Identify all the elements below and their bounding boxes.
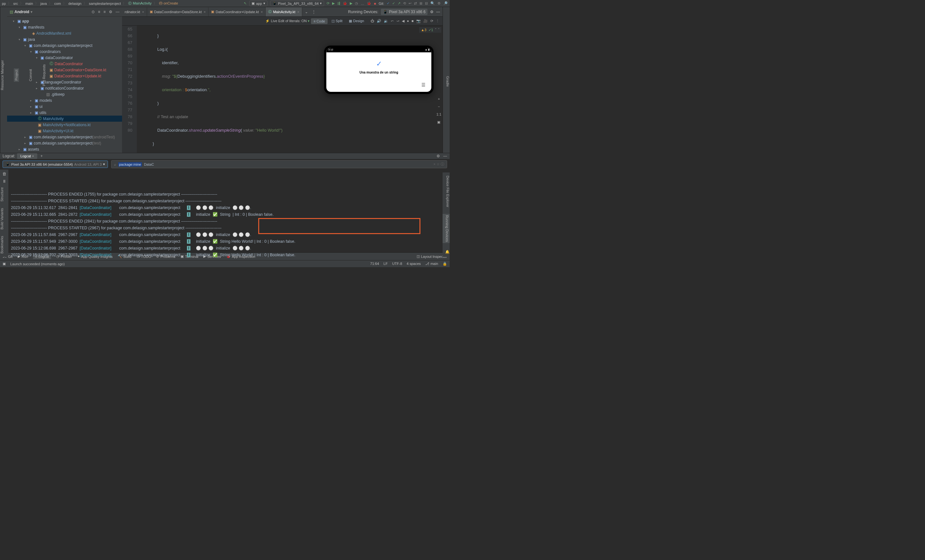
bookmarks-tab[interactable]: Bookmarks: [0, 236, 7, 254]
profile-icon[interactable]: ◷: [355, 1, 358, 6]
sort-icon[interactable]: ≡: [103, 10, 105, 14]
debug-icon[interactable]: 🐞: [343, 1, 347, 6]
vcs-commit-icon[interactable]: ✓: [392, 1, 395, 6]
settings-icon[interactable]: ⚙: [109, 10, 112, 14]
close-icon[interactable]: ×: [261, 10, 263, 14]
overview-icon[interactable]: ■: [411, 18, 414, 24]
volume-up-icon[interactable]: 🔊: [376, 18, 382, 24]
close-icon[interactable]: ×: [142, 10, 144, 14]
crumb[interactable]: com: [54, 2, 61, 6]
screenshot-icon[interactable]: 📷: [416, 18, 421, 24]
project-tab[interactable]: Project: [14, 68, 19, 82]
logcat-device-select[interactable]: 📱 Pixel 3a API 33 x86 64 (emulator-5554)…: [3, 161, 108, 168]
debug-icon[interactable]: ⇶: [337, 1, 340, 6]
resource-manager-tab[interactable]: Resource Manager: [0, 60, 4, 90]
editor-tab[interactable]: ⒸMainActivity.kt×: [266, 8, 302, 17]
volume-down-icon[interactable]: 🔉: [383, 18, 389, 24]
lock-icon[interactable]: 🔒: [443, 262, 447, 266]
vcs-icon[interactable]: ↩: [408, 1, 411, 6]
gradle-tab[interactable]: Gradle: [446, 76, 450, 87]
settings-icon[interactable]: ⚙: [430, 10, 434, 14]
search-icon[interactable]: 🔎: [443, 1, 448, 6]
vcs-push-icon[interactable]: ↗: [398, 1, 401, 6]
search-icon[interactable]: 🔍: [430, 1, 435, 6]
attach-icon[interactable]: …: [361, 2, 364, 6]
editor-tab[interactable]: ▣DataCoordinator+DataStore.kt×: [147, 8, 209, 17]
record-icon[interactable]: 🎥: [423, 18, 428, 24]
home-icon[interactable]: ●: [406, 18, 410, 24]
crumb[interactable]: delasign: [68, 2, 81, 6]
add-tab-icon[interactable]: +: [39, 154, 44, 158]
status-icon[interactable]: ▣: [3, 262, 6, 266]
editor-tab[interactable]: ▣DataCoordinator+Update.kt×: [208, 8, 266, 17]
more-icon[interactable]: ⋮: [310, 10, 317, 14]
logcat-filter-input[interactable]: ⌕package:mineDataC× ☆ ⓘ: [111, 160, 447, 168]
crumb[interactable]: samplestarterproject: [89, 2, 121, 6]
close-icon[interactable]: ×: [297, 10, 299, 14]
vcs-icon[interactable]: ⊞: [419, 1, 422, 6]
emulator-tab[interactable]: 🔔: [443, 250, 450, 254]
branch[interactable]: ⎇ main: [425, 262, 438, 266]
indent[interactable]: 4 spaces: [407, 262, 421, 266]
vcs-icon[interactable]: ⇄: [414, 1, 417, 6]
caret-pos[interactable]: 71:64: [370, 262, 379, 266]
hide-icon[interactable]: —: [116, 10, 119, 14]
attach-icon[interactable]: 🐞: [367, 1, 371, 6]
hide-icon[interactable]: —: [436, 10, 440, 14]
target-icon[interactable]: ⊙: [92, 10, 95, 14]
sort-icon[interactable]: ≡: [98, 10, 100, 14]
device-select[interactable]: 📱 Pixel_3a_API_33_x86_64 ▾: [270, 1, 324, 6]
logcat-output[interactable]: --------------------------- PROCESS ENDE…: [8, 170, 450, 260]
vcs-icon[interactable]: ⊟: [425, 1, 428, 6]
crumb[interactable]: main: [26, 2, 33, 6]
rotate-right-icon[interactable]: ⤻: [396, 18, 400, 24]
vcs-update-icon[interactable]: ✓: [387, 1, 390, 6]
hide-icon[interactable]: —: [443, 154, 447, 158]
running-devices-tab[interactable]: Running Devices: [443, 214, 450, 243]
snapshot-icon[interactable]: ⟳: [430, 18, 434, 24]
code-view-toggle[interactable]: ≡ Code: [311, 18, 328, 24]
device-file-explorer-tab[interactable]: Device File Explorer: [443, 176, 450, 207]
encoding[interactable]: UTF-8: [392, 262, 402, 266]
crumb[interactable]: Ⓒ MainActivity: [128, 1, 152, 6]
live-edit-label[interactable]: ⚡ Live Edit of literals: ON ▾: [265, 19, 310, 23]
stop-icon[interactable]: ■: [374, 2, 376, 6]
clear-icon[interactable]: 🗑: [2, 172, 6, 176]
coverage-icon[interactable]: ▶: [350, 1, 353, 6]
crumb[interactable]: java: [41, 2, 47, 6]
structure-tab[interactable]: Structure: [0, 187, 7, 202]
design-view-toggle[interactable]: ▦ Design: [346, 18, 366, 24]
more-icon[interactable]: ⋮: [435, 18, 440, 24]
run-config-select[interactable]: ▣ app ▾: [249, 1, 267, 6]
running-device-tab[interactable]: 📱Pixel 3a API 33 x86 6: [381, 9, 428, 15]
crumb[interactable]: ⓜ onCreate: [159, 1, 178, 6]
build-variants-tab[interactable]: Build Variants: [0, 208, 7, 230]
vcs-history-icon[interactable]: ⟲: [403, 1, 406, 6]
project-mode[interactable]: Android: [14, 10, 29, 14]
zoom-reset[interactable]: 1:1: [437, 112, 441, 116]
zoom-out-icon[interactable]: −: [438, 105, 440, 108]
back-icon[interactable]: ◀: [401, 18, 405, 24]
menu-icon[interactable]: ☰: [421, 82, 426, 87]
zoom-in-icon[interactable]: +: [438, 97, 440, 101]
emulator-preview[interactable]: 3:12▲ ▮ ✓ Una muestra de un string ☰: [324, 45, 434, 95]
run-icon[interactable]: ▶: [332, 1, 334, 6]
split-view-toggle[interactable]: ◫ Split: [329, 18, 345, 24]
pull-requests-tab[interactable]: Pull Requests: [42, 64, 46, 86]
run-icon[interactable]: ⟳: [327, 1, 330, 6]
more-tabs-icon[interactable]: ⌄: [302, 10, 310, 14]
pause-icon[interactable]: ⏸: [2, 179, 6, 184]
editor-tab[interactable]: rdinator.kt×: [122, 8, 147, 17]
inspections[interactable]: ▲3 ✓1 ˆˇ: [419, 27, 441, 33]
back-icon[interactable]: ↖: [244, 1, 247, 6]
commit-tab[interactable]: Commit: [29, 69, 32, 81]
logcat-tab[interactable]: Logcat ×: [17, 153, 37, 159]
power-icon[interactable]: ⏻: [370, 18, 375, 24]
settings-icon[interactable]: ⚙: [437, 1, 441, 6]
zoom-fit-icon[interactable]: ▣: [437, 120, 440, 124]
project-tree[interactable]: ▾▣app ▾▣manifests ◈AndroidManifest.xml ▾…: [7, 17, 122, 153]
crumb[interactable]: pp: [2, 2, 6, 6]
crumb[interactable]: src: [13, 2, 18, 6]
close-icon[interactable]: ×: [203, 10, 206, 14]
settings-icon[interactable]: ⚙: [437, 154, 440, 158]
